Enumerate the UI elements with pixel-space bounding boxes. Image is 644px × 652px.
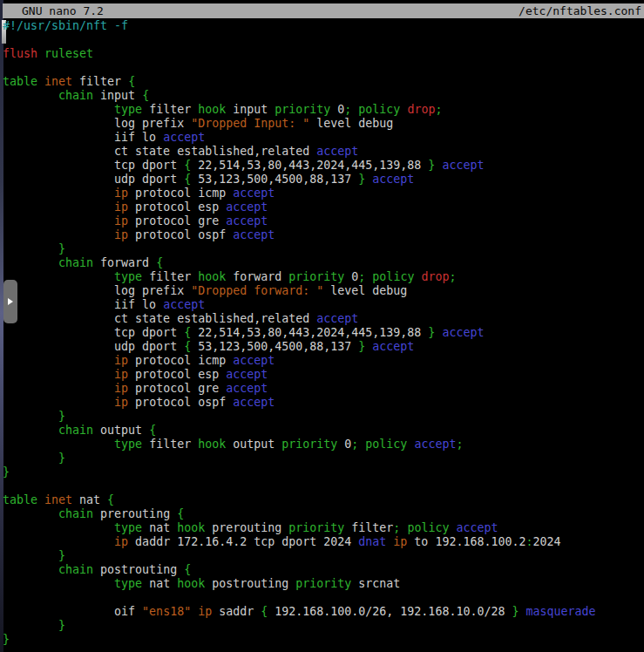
editor-line: flush ruleset [3,47,644,61]
editor-line: log prefix "Dropped Input: " level debug [3,117,644,131]
editor-line: } [3,619,644,633]
editor-line: } [3,242,644,256]
editor-line: ip protocol esp accept [3,368,644,382]
editor-line: } [3,633,644,647]
editor-line: type nat hook postrouting priority srcna… [3,577,644,591]
editor-line: type filter hook input priority 0; polic… [3,103,644,117]
editor-line: } [3,410,644,424]
editor-line: ip protocol icmp accept [3,354,644,368]
play-icon [8,298,13,305]
editor-line: type filter hook forward priority 0; pol… [3,270,644,284]
editor-line: chain forward { [3,256,644,270]
editor-line: iif lo accept [3,131,644,145]
editor-line: ip protocol ospf accept [3,228,644,242]
editor-line: } [3,549,644,563]
editor-line: chain prerouting { [3,507,644,521]
editor-line [3,591,644,605]
editor-line: chain postrouting { [3,563,644,577]
editor-line [3,33,644,47]
editor-line: chain output { [3,424,644,438]
editor-line: tcp dport { 22,514,53,80,443,2024,445,13… [3,326,644,340]
app-title: GNU nano 7.2 [22,3,104,18]
editor-line: ct state established,related accept [3,145,644,159]
editor-line: } [3,452,644,465]
editor-line: } [3,465,644,479]
nano-titlebar: GNU nano 7.2 /etc/nftables.conf [3,3,644,18]
editor-line: oif "ens18" ip saddr { 192.168.100.0/26,… [3,605,644,619]
file-path: /etc/nftables.conf [519,3,641,18]
editor-line [3,61,644,75]
editor-line: tcp dport { 22,514,53,80,443,2024,445,13… [3,159,644,173]
editor-line: ct state established,related accept [3,312,644,326]
editor-line: ip daddr 172.16.4.2 tcp dport 2024 dnat … [3,535,644,549]
editor-line: log prefix "Dropped forward: " level deb… [3,284,644,298]
editor-line: udp dport { 53,123,500,4500,88,137 } acc… [3,340,644,354]
editor-line: table inet filter { [3,75,644,89]
editor-text[interactable]: #!/usr/sbin/nft -f flush ruleset table i… [3,19,644,652]
terminal-screen: GNU nano 7.2 /etc/nftables.conf #!/usr/s… [0,0,644,652]
editor-line: type nat hook prerouting priority filter… [3,521,644,535]
editor-line: #!/usr/sbin/nft -f [3,19,644,33]
editor-line: ip protocol gre accept [3,382,644,396]
editor-line: udp dport { 53,123,500,4500,88,137 } acc… [3,173,644,187]
editor-line: ip protocol ospf accept [3,396,644,410]
editor-line: type filter hook output priority 0; poli… [3,438,644,452]
editor-line: table inet nat { [3,493,644,507]
editor-line: ip protocol esp accept [3,200,644,214]
editor-line [3,479,644,493]
editor-line: ip protocol icmp accept [3,187,644,200]
editor-line: iif lo accept [3,298,644,312]
editor-line: chain input { [3,89,644,103]
editor-line: ip protocol gre accept [3,214,644,228]
panel-expand-handle[interactable] [3,280,17,323]
